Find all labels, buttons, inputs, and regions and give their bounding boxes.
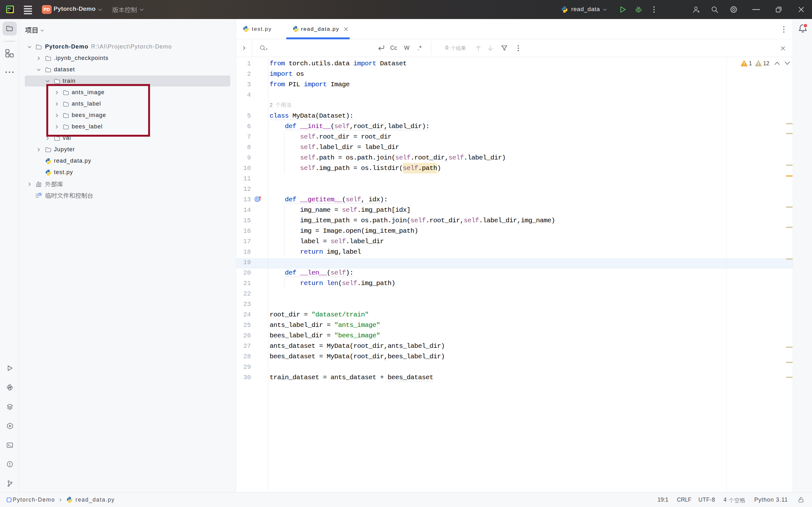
svg-text:PC: PC xyxy=(8,7,11,10)
